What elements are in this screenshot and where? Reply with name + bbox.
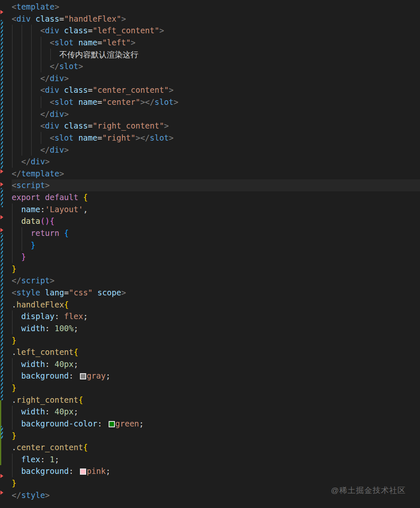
code-line[interactable]: </script> [12, 275, 420, 287]
indent-guide [22, 84, 22, 96]
code-line[interactable]: export default { [12, 191, 420, 203]
indent-guide [12, 60, 12, 72]
indent-guide [12, 418, 12, 430]
indent-guide [22, 96, 22, 108]
code-token: = [88, 121, 92, 130]
indent-guide [12, 84, 12, 96]
code-token: "left" [102, 38, 131, 47]
code-token: div [45, 85, 64, 94]
css-color-swatch[interactable] [80, 468, 86, 475]
code-line[interactable]: </div> [12, 108, 420, 120]
code-area[interactable]: <template><div class="handleFlex"> <div … [0, 0, 420, 508]
css-color-swatch[interactable] [80, 373, 86, 379]
code-line[interactable]: } [12, 382, 420, 394]
code-token: ></ [135, 133, 149, 142]
code-token: "center_content" [93, 85, 169, 94]
code-token: : [40, 455, 50, 464]
code-token: < [12, 14, 16, 23]
code-line[interactable]: <slot name="left"> [12, 37, 420, 49]
code-token: flex [21, 455, 40, 464]
indent-guide [12, 453, 12, 466]
code-line[interactable]: } [12, 251, 420, 263]
code-token: background [21, 371, 69, 380]
code-line[interactable]: background: pink; [12, 465, 420, 477]
code-line[interactable]: return { [12, 227, 420, 239]
code-line[interactable]: data(){ [12, 215, 420, 227]
code-line[interactable]: <div class="right_content"> [12, 120, 420, 132]
indent-guide [41, 96, 41, 108]
indent-guide [50, 49, 51, 61]
code-token: ; [106, 371, 110, 380]
code-token: flex [64, 312, 83, 321]
code-token: slot [55, 133, 78, 142]
code-token: div [50, 109, 64, 119]
code-line[interactable]: width: 40px; [12, 358, 420, 370]
indent-guide [12, 465, 12, 477]
code-token: 1 [50, 455, 55, 464]
code-line[interactable]: <div class="center_content"> [12, 84, 420, 96]
code-line[interactable]: width: 40px; [12, 406, 420, 418]
git-deleted-icon [0, 169, 3, 173]
code-token: return [31, 228, 64, 238]
code-line[interactable]: } [12, 335, 420, 347]
indent-guide [12, 96, 12, 108]
code-token: "center" [102, 97, 140, 107]
code-line[interactable]: } [12, 263, 420, 275]
code-line[interactable]: name:'Layout', [12, 203, 420, 216]
code-line[interactable]: <style lang="css" scope> [12, 287, 420, 299]
code-token: () [40, 216, 50, 226]
code-token: ; [74, 407, 78, 416]
code-line[interactable]: <slot name="center"></slot> [12, 96, 420, 108]
css-color-swatch[interactable] [109, 421, 115, 427]
code-token: scope [93, 288, 122, 297]
code-line[interactable]: </div> [12, 144, 420, 156]
indent-guide [22, 239, 22, 251]
code-line[interactable]: </div> [12, 72, 420, 84]
indent-guide [22, 72, 22, 84]
code-line[interactable]: <template> [12, 1, 420, 13]
code-token: </ [12, 276, 21, 285]
code-line[interactable]: <div class="handleFlex"> [12, 13, 420, 25]
code-line[interactable]: } [12, 430, 420, 442]
code-token: data [21, 216, 40, 226]
code-token: < [40, 26, 45, 35]
code-token: . [12, 443, 16, 452]
code-line[interactable]: .handleFlex{ [12, 299, 420, 311]
code-token: slot [55, 97, 78, 107]
code-line[interactable]: display: flex; [12, 310, 420, 322]
git-modified-decoration [1, 233, 3, 400]
code-line[interactable]: .right_content{ [12, 394, 420, 406]
code-line[interactable]: } [12, 239, 420, 251]
code-token: ; [106, 466, 110, 476]
code-token: : [45, 359, 55, 369]
code-token: } [12, 383, 16, 392]
code-token: > [45, 181, 50, 190]
code-token: : [69, 371, 78, 380]
code-line[interactable]: </div> [12, 156, 420, 168]
code-line[interactable]: .left_content{ [12, 346, 420, 358]
code-line[interactable]: 不传内容默认渲染这行 [12, 49, 420, 61]
code-token: default [45, 193, 83, 202]
code-line[interactable]: background: gray; [12, 370, 420, 382]
code-line[interactable]: width: 100%; [12, 322, 420, 335]
indent-guide [22, 132, 22, 144]
code-token: > [64, 74, 69, 83]
indent-guide [12, 49, 12, 61]
indent-guide [41, 49, 41, 61]
git-deleted-icon [0, 10, 3, 14]
code-token: background-color [21, 419, 97, 428]
code-token: div [50, 145, 64, 154]
code-line[interactable]: flex: 1; [12, 453, 420, 466]
indent-guide [22, 49, 22, 61]
code-token: 40px [55, 359, 74, 369]
code-token: : [55, 312, 64, 321]
code-line[interactable]: </template> [12, 168, 420, 180]
code-token: "right" [102, 133, 135, 142]
code-token: < [40, 121, 45, 130]
code-line[interactable]: </slot> [12, 60, 420, 72]
code-line[interactable]: <div class="left_content"> [12, 25, 420, 37]
code-line[interactable]: .center_content{ [12, 441, 420, 453]
code-line[interactable]: <script> [12, 179, 420, 191]
code-line[interactable]: <slot name="right"></slot> [12, 132, 420, 144]
code-line[interactable]: background-color: green; [12, 418, 420, 430]
